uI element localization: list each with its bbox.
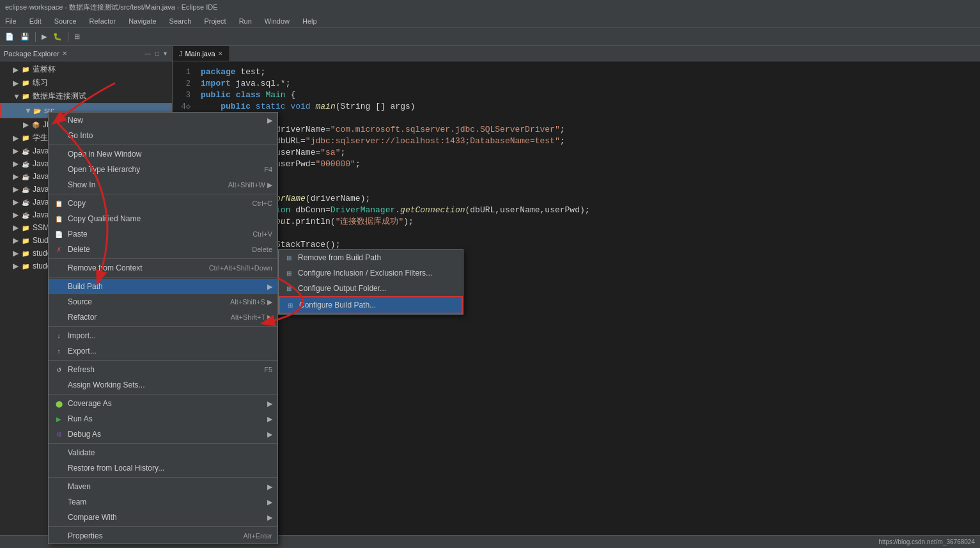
panel-icons: — □ ▾ xyxy=(143,49,168,58)
ctx-source-shortcut: Alt+Shift+S ▶ xyxy=(230,298,272,306)
ctx-compare-arrow: ▶ xyxy=(267,513,272,522)
ctx-delete[interactable]: ✗ Delete Delete xyxy=(49,242,277,257)
submenu-configure-filters[interactable]: ⊞ Configure Inclusion / Exclusion Filter… xyxy=(279,265,463,281)
ctx-properties[interactable]: Properties Alt+Enter xyxy=(49,528,277,544)
ctx-sep-7 xyxy=(49,394,277,395)
ctx-type-hierarchy[interactable]: Open Type Hierarchy F4 xyxy=(49,162,277,177)
ctx-source[interactable]: Source Alt+Shift+S ▶ xyxy=(49,294,277,309)
ctx-sep-1 xyxy=(49,145,277,145)
ctx-open-window[interactable]: Open in New Window xyxy=(49,146,277,162)
ctx-new[interactable]: New ▶ xyxy=(49,113,277,128)
ctx-run-as-label: Run As xyxy=(68,414,93,423)
ctx-restore-label: Restore from Local History... xyxy=(68,464,164,473)
lib-icon: 📦 xyxy=(31,120,41,130)
ctx-sep-10 xyxy=(49,526,277,527)
code-line-7: 7 String dbURL="jdbc:sqlserver://localho… xyxy=(173,136,980,147)
panel-maximize[interactable]: □ xyxy=(154,49,160,58)
java-icon: ☕ xyxy=(20,197,31,207)
ctx-debug-as-label: Debug As xyxy=(68,430,101,439)
ctx-coverage-label: Coverage As xyxy=(68,399,112,408)
ctx-export[interactable]: ↑ Export... xyxy=(49,343,277,359)
show-in-icon xyxy=(54,180,64,190)
project-icon: 📁 xyxy=(20,65,31,75)
toolbar-debug[interactable]: 🐛 xyxy=(51,31,65,42)
ctx-compare-with[interactable]: Compare With ▶ xyxy=(49,510,277,525)
code-line-12: 12 Class.forName(driverName); xyxy=(173,193,980,205)
ctx-build-path[interactable]: Build Path ▶ xyxy=(49,279,277,294)
ctx-show-in[interactable]: Show In Alt+Shift+W ▶ xyxy=(49,177,277,192)
ctx-refresh[interactable]: ↺ Refresh F5 xyxy=(49,362,277,377)
ctx-working-sets-label: Assign Working Sets... xyxy=(68,380,145,389)
ctx-coverage-as[interactable]: ⬤ Coverage As ▶ xyxy=(49,396,277,411)
import-icon: ↓ xyxy=(54,331,64,341)
toolbar-perspective[interactable]: ⊞ xyxy=(72,31,82,42)
copy-icon: 📋 xyxy=(54,198,64,208)
project-icon: 📁 xyxy=(20,261,31,271)
tree-label: 练习 xyxy=(33,77,48,88)
menu-help[interactable]: Help xyxy=(300,17,320,26)
ctx-working-sets[interactable]: Assign Working Sets... xyxy=(49,377,277,393)
submenu-configure-output[interactable]: ⊞ Configure Output Folder... xyxy=(279,281,463,296)
ctx-maven[interactable]: Maven ▶ xyxy=(49,479,277,494)
panel-view-menu[interactable]: ▾ xyxy=(162,49,168,58)
tree-item-db-project[interactable]: ▼ 📁 数据库连接测试 xyxy=(0,90,172,103)
ctx-show-in-shortcut: Alt+Shift+W ▶ xyxy=(228,181,272,189)
ctx-team[interactable]: Team ▶ xyxy=(49,494,277,510)
toolbar-sep-2 xyxy=(68,32,68,42)
tab-close-icon[interactable]: ✕ xyxy=(218,51,223,57)
tree-label: 蓝桥杯 xyxy=(33,64,56,75)
toolbar-save[interactable]: 💾 xyxy=(18,31,32,42)
toolbar-new[interactable]: 📄 xyxy=(3,31,17,42)
menu-refactor[interactable]: Refactor xyxy=(87,17,119,26)
menu-run[interactable]: Run xyxy=(237,17,254,26)
ctx-refactor-label: Refactor xyxy=(68,313,97,322)
source-icon xyxy=(54,297,64,307)
tree-item-lanqiao[interactable]: ▶ 📁 蓝桥杯 xyxy=(0,63,172,76)
menu-edit[interactable]: Edit xyxy=(27,17,44,26)
ctx-properties-shortcut: Alt+Enter xyxy=(243,532,272,540)
status-url: https://blog.csdn.net/m_36768024 xyxy=(878,538,975,545)
project-icon: 📁 xyxy=(20,91,31,102)
ctx-validate[interactable]: Validate xyxy=(49,445,277,460)
panel-header: Package Explorer ✕ — □ ▾ xyxy=(0,46,172,61)
ctx-type-hier-label: Open Type Hierarchy xyxy=(68,165,140,174)
menu-source[interactable]: Source xyxy=(52,17,79,26)
ctx-import[interactable]: ↓ Import... xyxy=(49,328,277,343)
ctx-team-label: Team xyxy=(68,497,86,506)
ctx-run-arrow: ▶ xyxy=(267,415,272,423)
menu-file[interactable]: File xyxy=(3,17,19,26)
editor-tab-main[interactable]: J Main.java ✕ xyxy=(173,46,230,61)
ctx-refactor-shortcut: Alt+Shift+T ▶ xyxy=(231,313,272,322)
ctx-go-into[interactable]: Go Into xyxy=(49,128,277,143)
menu-project[interactable]: Project xyxy=(201,17,228,26)
submenu-configure-build-path[interactable]: ⊞ Configure Build Path... xyxy=(279,296,463,314)
menu-search[interactable]: Search xyxy=(167,17,194,26)
ctx-copy[interactable]: 📋 Copy Ctrl+C xyxy=(49,196,277,211)
java-icon: ☕ xyxy=(20,146,31,156)
submenu-remove-build[interactable]: ⊞ Remove from Build Path xyxy=(279,250,463,265)
ctx-show-in-label: Show In xyxy=(68,180,95,189)
panel-minimize[interactable]: — xyxy=(143,49,152,58)
ctx-restore-history[interactable]: Restore from Local History... xyxy=(49,460,277,476)
ctx-paste[interactable]: 📄 Paste Ctrl+V xyxy=(49,226,277,242)
ctx-copy-shortcut: Ctrl+C xyxy=(253,200,272,207)
java-icon: ☕ xyxy=(20,171,31,182)
menu-window[interactable]: Window xyxy=(262,17,292,26)
tree-item-practice[interactable]: ▶ 📁 练习 xyxy=(0,76,172,90)
ctx-run-as[interactable]: ▶ Run As ▶ xyxy=(49,411,277,427)
folder-icon: 📂 xyxy=(32,106,42,116)
ctx-copy-qualified[interactable]: 📋 Copy Qualified Name xyxy=(49,211,277,226)
ctx-refactor[interactable]: Refactor Alt+Shift+T ▶ xyxy=(49,309,277,325)
submenu-configure-build-label: Configure Build Path... xyxy=(299,301,376,309)
ctx-copy-label: Copy xyxy=(68,199,86,208)
ctx-remove-context[interactable]: Remove from Context Ctrl+Alt+Shift+Down xyxy=(49,260,277,276)
menu-navigate[interactable]: Navigate xyxy=(126,17,159,26)
ctx-debug-as[interactable]: ⚙ Debug As ▶ xyxy=(49,427,277,442)
tab-filename: Main.java xyxy=(185,50,215,58)
restore-icon xyxy=(54,463,64,473)
code-line-11: 11 xyxy=(173,182,980,193)
export-icon: ↑ xyxy=(54,346,64,356)
toolbar-run[interactable]: ▶ xyxy=(39,31,49,42)
ctx-open-window-label: Open in New Window xyxy=(68,150,141,159)
project-icon: 📁 xyxy=(20,78,31,88)
